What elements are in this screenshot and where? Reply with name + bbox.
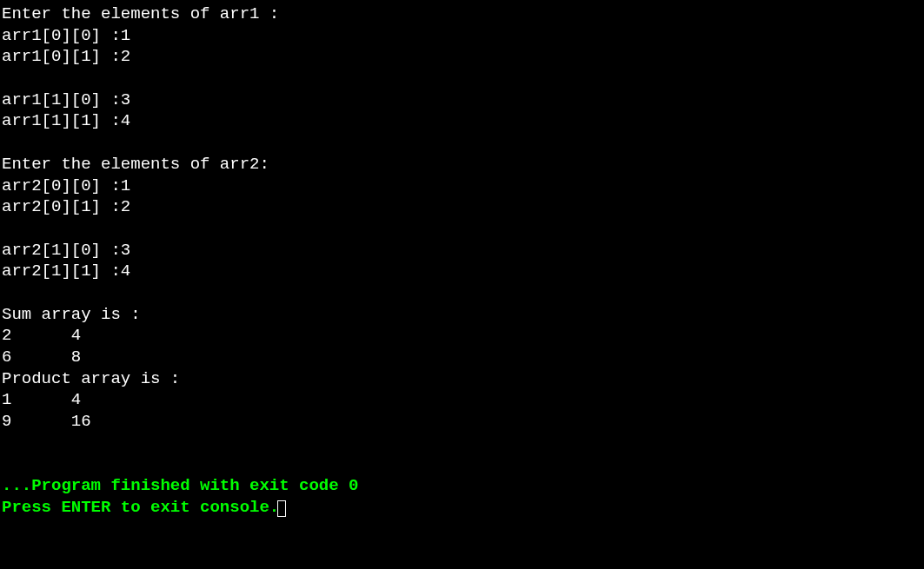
output-line: 9 16 bbox=[2, 411, 922, 433]
output-line: arr1[0][1] :2 bbox=[2, 46, 922, 68]
output-line: arr2[0][1] :2 bbox=[2, 196, 922, 218]
output-line bbox=[2, 433, 922, 454]
output-line: arr1[0][0] :1 bbox=[2, 25, 922, 47]
output-line bbox=[2, 218, 922, 240]
output-line bbox=[2, 453, 922, 475]
exit-code-message: ...Program finished with exit code 0 bbox=[2, 475, 922, 497]
prompt-text: Press ENTER to exit console. bbox=[2, 498, 279, 517]
cursor-icon bbox=[277, 500, 286, 517]
output-line: arr2[0][0] :1 bbox=[2, 175, 922, 197]
terminal-output[interactable]: Enter the elements of arr1 : arr1[0][0] … bbox=[2, 3, 922, 519]
output-line: arr2[1][0] :3 bbox=[2, 240, 922, 261]
output-line: Enter the elements of arr2: bbox=[2, 154, 922, 175]
output-line: 2 4 bbox=[2, 325, 922, 347]
output-line: arr1[1][1] :4 bbox=[2, 110, 922, 132]
output-line: Product array is : bbox=[2, 368, 922, 390]
output-line: arr1[1][0] :3 bbox=[2, 89, 922, 111]
prompt-line[interactable]: Press ENTER to exit console. bbox=[2, 497, 922, 519]
output-line: Enter the elements of arr1 : bbox=[2, 3, 922, 25]
output-line: Sum array is : bbox=[2, 304, 922, 326]
output-line bbox=[2, 68, 922, 89]
output-line bbox=[2, 132, 922, 154]
output-line bbox=[2, 282, 922, 304]
output-line: 1 4 bbox=[2, 389, 922, 411]
output-line: arr2[1][1] :4 bbox=[2, 261, 922, 282]
output-line: 6 8 bbox=[2, 347, 922, 368]
